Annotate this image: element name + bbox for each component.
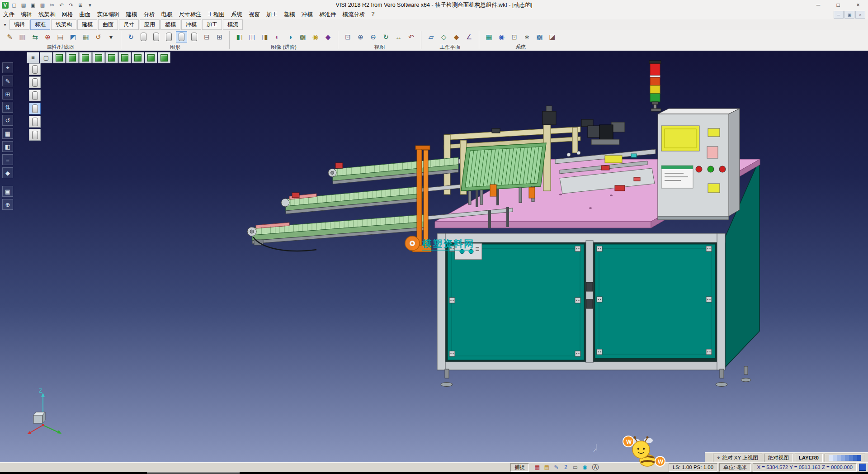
menu-item-0[interactable]: 文件 [0, 10, 18, 19]
menu-item-18[interactable]: ? [368, 10, 378, 19]
redo-icon[interactable]: ↷ [67, 1, 75, 9]
filter-color-icon[interactable]: ◩ [67, 31, 79, 43]
menu-item-1[interactable]: 编辑 [18, 10, 35, 19]
grid-snap-icon[interactable]: ⊞ [2, 89, 13, 100]
zoom-window-icon[interactable]: ⌖ [2, 62, 13, 73]
edit-entity-icon[interactable]: ✎ [2, 76, 13, 86]
menu-item-11[interactable]: 系统 [228, 10, 245, 19]
view-right-button[interactable] [105, 52, 118, 63]
menu-item-5[interactable]: 实体编辑 [94, 10, 123, 19]
hidden-line-icon[interactable]: ◨ [259, 31, 270, 43]
filter-layer-icon[interactable]: ▤ [55, 31, 66, 43]
menu-item-14[interactable]: 塑模 [281, 10, 298, 19]
tab-7[interactable]: 塑模 [160, 19, 180, 30]
tab-10[interactable]: 模流 [223, 19, 243, 30]
menu-item-9[interactable]: 尺寸标注 [176, 10, 205, 19]
menu-item-8[interactable]: 电极 [158, 10, 176, 19]
texture-icon[interactable]: ▩ [297, 31, 308, 43]
cut-icon[interactable]: ✂ [48, 1, 56, 9]
undo-icon[interactable]: ↶ [57, 1, 66, 9]
open-file-icon[interactable]: ▤ [19, 1, 28, 9]
menu-item-2[interactable]: 线架构 [35, 10, 59, 19]
view-mode-cell[interactable]: 绝对视图 [764, 454, 793, 462]
view-front-button[interactable] [66, 52, 79, 63]
view-top-button[interactable] [118, 52, 131, 63]
tab-5[interactable]: 尺寸 [119, 19, 139, 30]
list-icon[interactable]: ≡ [2, 154, 13, 165]
view-iso2-button[interactable] [145, 52, 157, 63]
zoom-out-icon[interactable]: ⊖ [368, 31, 379, 43]
system-snap-icon[interactable]: ◉ [496, 31, 507, 43]
filter-add-icon[interactable]: ⊕ [42, 31, 53, 43]
mesh-icon[interactable]: ▦ [2, 128, 13, 139]
tab-3[interactable]: 建模 [77, 19, 97, 30]
layer-palette-cell[interactable] [825, 454, 865, 462]
count-badge[interactable]: 2 [562, 464, 570, 471]
mdi-minimize-button[interactable]: ─ [834, 11, 844, 19]
system-units-icon[interactable]: ⊡ [509, 31, 520, 43]
section-view-icon[interactable]: ◐ [272, 31, 283, 43]
add-entity-icon[interactable]: ⊕ [2, 199, 13, 210]
workplane-new-icon[interactable]: ◇ [438, 31, 449, 43]
menu-item-10[interactable]: 工程图 [205, 10, 228, 19]
mdi-restore-button[interactable]: ▣ [844, 11, 854, 19]
level-active-icon[interactable] [176, 31, 187, 43]
rotate-view-icon[interactable]: ↻ [380, 31, 392, 43]
tab-9[interactable]: 加工 [202, 19, 222, 30]
maximize-button[interactable]: □ [828, 0, 848, 10]
refresh-graphics-icon[interactable]: ↻ [125, 31, 137, 43]
view-list-button[interactable]: ≡ [27, 52, 39, 63]
filter-type-icon[interactable]: ▦ [80, 31, 91, 43]
units-cell[interactable]: 单位: 毫米 [719, 463, 751, 472]
level-group-icon[interactable]: ⊟ [201, 31, 212, 43]
menu-item-3[interactable]: 网格 [59, 10, 76, 19]
printer-icon[interactable]: ▭ [571, 464, 579, 471]
system-settings-icon[interactable]: ∗ [521, 31, 533, 43]
previous-view-icon[interactable]: ↶ [406, 31, 417, 43]
viewport-canvas[interactable]: 模塑资料网 Z Z [0, 51, 868, 463]
menu-item-17[interactable]: 模流分析 [340, 10, 368, 19]
render-icon[interactable]: ◆ [322, 31, 334, 43]
level-cylinder-5-icon[interactable] [189, 31, 200, 43]
level-slot-1[interactable] [29, 63, 41, 75]
system-macro-icon[interactable]: ▩ [534, 31, 545, 43]
rotate-icon[interactable]: ↺ [2, 115, 13, 126]
zoom-in-icon[interactable]: ⊕ [355, 31, 366, 43]
attribute-copy-icon[interactable]: ▥ [17, 31, 28, 43]
level-slot-3[interactable] [29, 90, 41, 101]
tab-0[interactable]: 编辑 [9, 19, 29, 30]
snap-toggle[interactable]: 捕捉 [510, 463, 529, 472]
menu-item-16[interactable]: 标准件 [316, 10, 340, 19]
system-grid-icon[interactable]: ▦ [483, 31, 495, 43]
system-info-icon[interactable]: ◪ [547, 31, 558, 43]
solid-box-icon[interactable]: ▣ [2, 186, 13, 197]
menu-item-6[interactable]: 建模 [123, 10, 141, 19]
quick-access-more-icon[interactable]: ▾ [86, 1, 94, 9]
workplane-normal-icon[interactable]: ∠ [463, 31, 475, 43]
level-slot-4[interactable] [29, 103, 41, 114]
view-reset-button[interactable]: ▢ [40, 52, 52, 63]
view-bottom-button[interactable] [132, 52, 144, 63]
pan-view-icon[interactable]: ↔ [393, 31, 404, 43]
level-settings-icon[interactable]: ⊞ [214, 31, 225, 43]
annotation-icon[interactable]: ✎ [552, 464, 560, 471]
shaded-view-icon[interactable]: ◧ [234, 31, 245, 43]
filter-options-icon[interactable]: ▾ [105, 31, 117, 43]
wireframe-view-icon[interactable]: ◫ [246, 31, 258, 43]
grid-view-icon[interactable]: ⊞ [76, 1, 85, 9]
diamond-select-icon[interactable]: ◆ [2, 167, 13, 178]
close-button[interactable]: × [848, 0, 868, 10]
tab-2[interactable]: 线架构 [51, 19, 76, 30]
level-slot-2[interactable] [29, 76, 41, 88]
grid-toggle-icon[interactable]: ▦ [533, 464, 541, 471]
move-vertical-icon[interactable]: ⇅ [2, 102, 13, 113]
mdi-close-button[interactable]: × [855, 11, 865, 19]
print-icon[interactable]: ▥ [38, 1, 47, 9]
half-shade-icon[interactable]: ◧ [2, 141, 13, 152]
level-cylinder-3-icon[interactable] [163, 31, 175, 43]
taskbar-segment[interactable] [147, 472, 240, 474]
lighting-icon[interactable]: ◉ [310, 31, 321, 43]
layer-cell[interactable]: LAYER0 [795, 454, 823, 462]
tab-1[interactable]: 标准 [30, 19, 50, 30]
menu-item-7[interactable]: 分析 [141, 10, 158, 19]
